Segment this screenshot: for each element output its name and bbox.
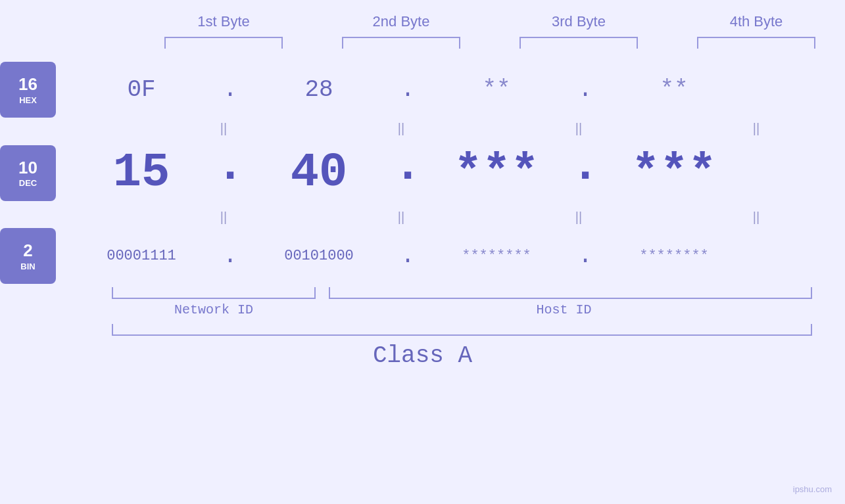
top-bracket-4 [697,37,815,49]
watermark: ipshu.com [793,484,832,494]
top-bracket-2 [342,37,460,49]
equals-cell-1-2: || [312,121,490,136]
equals-cell-1-3: || [490,121,667,136]
network-id-label: Network ID [112,302,316,317]
hex-dot-3: . [569,76,602,103]
bin-byte-2: 00101000 [247,248,391,264]
bin-dot-1: . [214,242,247,269]
host-id-label: Host ID [316,302,812,317]
bracket-cell-1 [135,37,312,49]
bin-byte-4: ******** [602,248,746,264]
bracket-spacer [316,287,329,299]
byte-header-4: 4th Byte [667,13,845,30]
equals-row-1: || || || || [0,121,845,136]
bin-dot-2: . [391,242,424,269]
class-bracket-row [0,324,845,336]
equals-cell-2-3: || [490,210,667,225]
bin-badge-number: 2 [23,241,32,261]
equals-cells-1: || || || || [135,121,845,136]
dec-byte-2: 40 [247,146,391,200]
equals-cell-1-1: || [135,121,312,136]
bin-bytes-data: 00001111 . 00101000 . ******** . *******… [69,242,845,269]
hex-byte-1: 0F [69,76,214,103]
equals-cell-2-4: || [667,210,845,225]
bin-badge-label: BIN [20,262,35,271]
dec-dot-1: . [214,139,247,206]
hex-row: 16 HEX 0F . 28 . ** . ** [0,62,845,118]
dec-byte-4: *** [602,146,746,200]
class-label: Class A [373,342,472,369]
hex-badge: 16 HEX [0,62,56,118]
dec-dot-2: . [391,139,424,206]
hex-badge-number: 16 [18,74,37,95]
equals-row-2: || || || || [0,210,845,225]
hex-badge-label: HEX [19,95,37,105]
bin-badge: 2 BIN [0,228,56,284]
byte-header-1: 1st Byte [135,13,312,30]
dec-bytes-data: 15 . 40 . *** . *** [69,139,845,206]
dec-row: 10 DEC 15 . 40 . *** . *** [0,139,845,206]
main-container: 1st Byte 2nd Byte 3rd Byte 4th Byte 16 H… [0,0,845,504]
bottom-brackets-row [0,287,845,299]
hex-byte-2: 28 [247,76,391,103]
class-bracket [112,324,812,336]
bin-byte-1: 00001111 [69,248,214,264]
bracket-cell-4 [667,37,845,49]
equals-cell-1-4: || [667,121,845,136]
network-bracket [112,287,316,299]
equals-cell-2-2: || [312,210,490,225]
bin-row: 2 BIN 00001111 . 00101000 . ******** . *… [0,228,845,284]
dec-byte-1: 15 [69,146,214,200]
equals-cells-2: || || || || [135,210,845,225]
top-brackets-row [0,37,845,49]
bracket-cell-3 [490,37,667,49]
hex-byte-4: ** [602,76,746,103]
dec-byte-3: *** [424,146,569,200]
hex-dot-2: . [391,76,424,103]
byte-headers-row: 1st Byte 2nd Byte 3rd Byte 4th Byte [0,13,845,30]
byte-header-3: 3rd Byte [490,13,667,30]
dec-badge-label: DEC [19,178,37,188]
hex-byte-3: ** [424,76,569,103]
class-label-row: Class A [0,342,845,369]
bin-byte-3: ******** [424,248,569,264]
top-bracket-3 [519,37,638,49]
dec-badge: 10 DEC [0,145,56,201]
hex-dot-1: . [214,76,247,103]
hex-bytes-data: 0F . 28 . ** . ** [69,76,845,103]
bin-dot-3: . [569,242,602,269]
bracket-cell-2 [312,37,490,49]
byte-header-2: 2nd Byte [312,13,490,30]
dec-badge-number: 10 [18,158,37,178]
network-host-labels: Network ID Host ID [0,302,845,317]
dec-dot-3: . [569,139,602,206]
equals-cell-2-1: || [135,210,312,225]
top-bracket-1 [164,37,283,49]
host-bracket [329,287,812,299]
